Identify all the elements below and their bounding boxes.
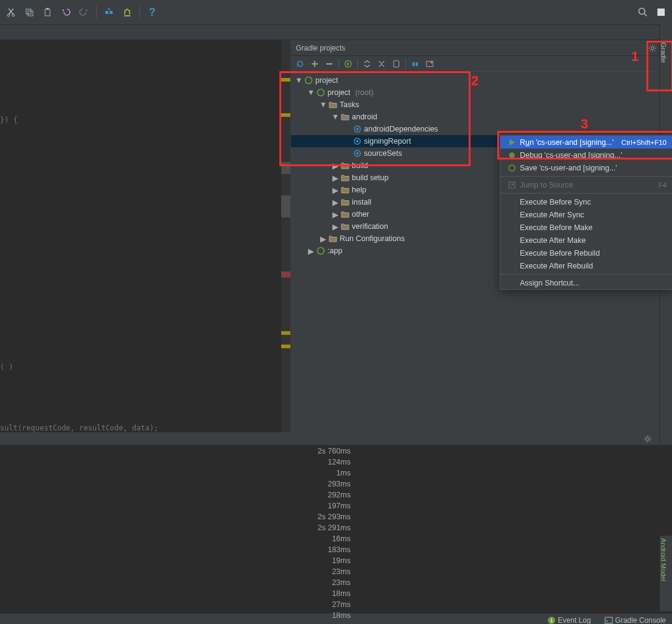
main-toolbar: ? <box>0 0 672 25</box>
code-fragment: ( ) <box>0 363 13 371</box>
tree-tasks[interactable]: ▼ Tasks <box>291 99 672 111</box>
tree-label: help <box>352 186 366 194</box>
tree-label: other <box>352 210 369 219</box>
console-line: 23ms <box>0 567 672 578</box>
menu-label: Execute Before Make <box>520 223 593 232</box>
device-icon[interactable] <box>391 58 402 69</box>
tree-label: signingReport <box>364 137 411 145</box>
android-model-tool-tab[interactable]: Android Model <box>660 536 672 611</box>
help-icon[interactable]: ? <box>146 6 158 18</box>
menu-run[interactable]: Run 'cs-user-and [signing...' Ctrl+Shift… <box>500 136 672 149</box>
editor-area: }) { ( ) sult(requestCode, resultCode, d… <box>0 40 291 432</box>
menu-exec-after-rebuild[interactable]: Execute After Rebuild <box>500 259 672 272</box>
chevron-right-icon: ▶ <box>331 198 340 207</box>
console-line: 183ms <box>0 545 672 556</box>
menu-exec-after-make[interactable]: Execute After Make <box>500 234 672 247</box>
svg-rect-5 <box>46 8 49 10</box>
menu-save[interactable]: Save 'cs-user-and [signing...' <box>500 161 672 174</box>
console-line: 2s 760ms <box>0 447 672 458</box>
folder-icon <box>340 211 351 218</box>
gradle-panel: Gradle projects ▼ project <box>291 40 672 432</box>
gear-icon[interactable] <box>643 433 653 445</box>
remove-icon[interactable] <box>324 58 335 69</box>
svg-point-21 <box>356 128 359 130</box>
tree-label: androidDependencies <box>364 125 438 133</box>
menu-exec-before-rebuild[interactable]: Execute Before Rebuild <box>500 247 672 259</box>
run-icon <box>506 139 517 146</box>
menu-label: Execute After Rebuild <box>520 262 593 270</box>
avd-icon[interactable] <box>121 6 133 18</box>
chevron-right-icon: ▶ <box>331 186 340 195</box>
cut-icon[interactable] <box>5 6 17 18</box>
search-icon[interactable] <box>637 6 649 18</box>
refresh-icon[interactable] <box>295 58 306 69</box>
menu-label: Debug 'cs-user-and [signing...' <box>520 151 622 160</box>
undo-icon[interactable] <box>60 6 72 18</box>
folder-icon <box>340 174 351 181</box>
gradle-panel-title: Gradle projects <box>296 44 648 52</box>
tree-android[interactable]: ▼ android <box>291 111 672 123</box>
menu-separator <box>500 193 672 194</box>
console-line: 2s 293ms <box>0 513 672 524</box>
gear-icon[interactable] <box>648 42 657 54</box>
tree-label: build setup <box>352 174 388 182</box>
svg-point-8 <box>639 9 645 15</box>
chevron-down-icon: ▼ <box>295 76 303 85</box>
console-line: 27ms <box>0 600 672 611</box>
svg-rect-6 <box>105 11 108 14</box>
expand-icon[interactable] <box>362 58 373 69</box>
menu-debug[interactable]: Debug 'cs-user-and [signing...' <box>500 149 672 161</box>
menu-separator <box>500 176 672 177</box>
menu-label: Jump to Source <box>520 181 573 189</box>
menu-label: Execute Before Rebuild <box>520 249 600 258</box>
collapse-icon[interactable] <box>376 58 387 69</box>
task-icon <box>352 137 363 145</box>
svg-point-25 <box>356 152 359 155</box>
gradle-icon <box>315 88 326 97</box>
svg-point-18 <box>318 89 324 96</box>
folder-icon <box>340 198 351 206</box>
folder-icon <box>340 113 351 121</box>
svg-point-30 <box>646 437 649 440</box>
menu-exec-after-sync[interactable]: Execute After Sync <box>500 208 672 221</box>
execute-icon[interactable] <box>343 58 354 69</box>
tree-label: verification <box>352 222 388 231</box>
tree-hint: (root) <box>355 88 374 97</box>
tree-root-project[interactable]: ▼ project <box>291 74 672 86</box>
paste-icon[interactable] <box>41 6 54 18</box>
chevron-right-icon: ▶ <box>319 234 327 244</box>
menu-shortcut: Ctrl+Shift+F10 <box>621 139 667 146</box>
jump-icon <box>506 181 517 189</box>
add-icon[interactable] <box>309 58 320 69</box>
chevron-right-icon: ▶ <box>307 247 315 256</box>
task-icon <box>352 125 363 133</box>
offline-icon[interactable] <box>410 58 421 69</box>
gradle-icon <box>506 164 517 172</box>
copy-icon[interactable] <box>23 6 35 18</box>
menu-jump-source: Jump to Source F4 <box>500 178 672 191</box>
menu-exec-before-sync[interactable]: Execute Before Sync <box>500 195 672 208</box>
menu-label: Save 'cs-user-and [signing...' <box>520 164 617 172</box>
menu-separator <box>500 274 672 275</box>
svg-rect-12 <box>394 60 399 67</box>
redo-icon[interactable] <box>78 6 90 18</box>
tree-task-androidDependencies[interactable]: androidDependencies <box>291 123 672 135</box>
chevron-down-icon: ▼ <box>319 100 327 109</box>
sync-gradle-icon[interactable] <box>103 6 115 18</box>
profile-icon[interactable] <box>655 6 667 18</box>
chevron-right-icon: ▶ <box>331 161 340 170</box>
settings-icon[interactable] <box>424 58 435 69</box>
tree-label: android <box>352 113 377 121</box>
menu-exec-before-make[interactable]: Execute Before Make <box>500 221 672 234</box>
folder-icon <box>327 101 338 108</box>
tree-subproject[interactable]: ▼ project (root) <box>291 86 672 99</box>
menu-label: Execute Before Sync <box>520 198 591 206</box>
menu-label: Run 'cs-user-and [signing...' <box>520 138 614 147</box>
svg-point-26 <box>318 248 324 254</box>
menu-assign-shortcut[interactable]: Assign Shortcut... <box>500 276 672 289</box>
editor-tabs <box>0 25 672 40</box>
console-line: 197ms <box>0 502 672 513</box>
chevron-down-icon: ▼ <box>331 113 340 121</box>
annotation-label-1: 1 <box>631 49 639 65</box>
gradle-icon <box>315 247 326 255</box>
